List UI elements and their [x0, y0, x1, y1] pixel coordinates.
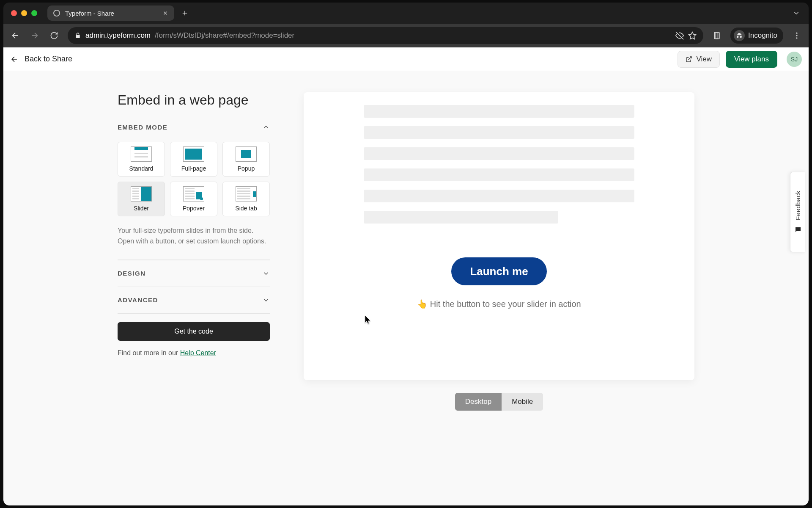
- mode-popup[interactable]: Popup: [222, 142, 270, 177]
- mode-fullpage-icon: [183, 146, 204, 162]
- section-label: Embed mode: [118, 124, 167, 131]
- preview-hint: 👆 Hit the button to see your slider in a…: [417, 299, 581, 309]
- mode-label: Standard: [129, 165, 154, 172]
- mode-standard-icon: [131, 146, 152, 162]
- tab-title: Typeform - Share: [65, 10, 140, 17]
- mode-label: Slider: [134, 205, 149, 212]
- help-center-link[interactable]: Help Center: [180, 349, 216, 356]
- eye-off-icon[interactable]: [675, 31, 684, 40]
- nav-reload-button[interactable]: [48, 30, 60, 41]
- svg-rect-0: [714, 33, 719, 39]
- browser-window: Typeform - Share admin.typeform.com/fo: [3, 3, 809, 505]
- mode-label: Full-page: [181, 165, 206, 172]
- mode-description: Your full-size typeform slides in from t…: [118, 226, 270, 260]
- svg-point-3: [796, 35, 797, 36]
- device-desktop-label: Desktop: [465, 398, 491, 406]
- device-desktop-button[interactable]: Desktop: [455, 393, 502, 411]
- chevron-up-icon: [262, 123, 270, 131]
- mode-label: Popup: [238, 165, 255, 172]
- skeleton-line: [364, 190, 634, 202]
- device-mobile-button[interactable]: Mobile: [502, 393, 543, 411]
- settings-panel: Embed in a web page Embed mode Standard …: [118, 92, 270, 505]
- launch-me-label: Launch me: [470, 265, 528, 278]
- browser-tab[interactable]: Typeform - Share: [47, 6, 174, 21]
- app-topbar: Back to Share View View plans SJ: [3, 47, 809, 71]
- window-minimize-icon[interactable]: [21, 10, 27, 16]
- preview-panel: Launch me 👆 Hit the button to see your s…: [304, 92, 694, 505]
- view-button[interactable]: View: [678, 51, 720, 68]
- avatar[interactable]: SJ: [787, 52, 802, 67]
- back-to-share-label: Back to Share: [25, 55, 72, 64]
- new-tab-button[interactable]: [178, 7, 191, 19]
- mode-slider[interactable]: Slider: [118, 182, 165, 216]
- mode-sidetab-icon: [236, 186, 257, 202]
- mode-standard[interactable]: Standard: [118, 142, 165, 177]
- lock-icon: [74, 32, 81, 39]
- launch-me-button[interactable]: Launch me: [451, 257, 546, 285]
- back-to-share-link[interactable]: Back to Share: [10, 55, 72, 64]
- window-close-icon[interactable]: [11, 10, 17, 16]
- tab-favicon-icon: [53, 10, 60, 17]
- pointing-up-icon: 👆: [417, 299, 428, 309]
- skeleton-line: [364, 147, 634, 160]
- svg-point-2: [796, 33, 797, 34]
- chevron-down-icon: [262, 270, 270, 277]
- section-design[interactable]: Design: [118, 260, 270, 287]
- mode-sidetab[interactable]: Side tab: [222, 182, 270, 216]
- section-advanced[interactable]: Advanced: [118, 287, 270, 314]
- section-label: Design: [118, 270, 146, 277]
- tab-overflow-button[interactable]: [793, 9, 800, 17]
- embed-mode-grid: Standard Full-page Popup Slider: [118, 142, 270, 216]
- mode-fullpage[interactable]: Full-page: [170, 142, 217, 177]
- skeleton-line: [364, 105, 634, 118]
- extensions-button[interactable]: [711, 30, 723, 41]
- feedback-icon: [794, 226, 802, 234]
- skeleton-placeholder: [364, 105, 634, 232]
- preview-card: Launch me 👆 Hit the button to see your s…: [304, 92, 694, 380]
- skeleton-line: [364, 126, 634, 139]
- device-mobile-label: Mobile: [512, 398, 533, 406]
- incognito-badge[interactable]: Incognito: [730, 28, 783, 44]
- mode-popup-icon: [236, 146, 257, 162]
- mode-popover[interactable]: Popover: [170, 182, 217, 216]
- skeleton-line: [364, 211, 558, 224]
- nav-back-button[interactable]: [9, 30, 21, 41]
- mode-popover-icon: [183, 186, 204, 202]
- mode-slider-icon: [131, 186, 152, 202]
- incognito-icon: [734, 30, 745, 41]
- external-link-icon: [686, 56, 692, 63]
- page-title: Embed in a web page: [118, 92, 270, 108]
- tab-strip: Typeform - Share: [3, 3, 809, 24]
- view-plans-label: View plans: [734, 55, 769, 63]
- browser-toolbar: admin.typeform.com/form/sWDtsfDj/share#/…: [3, 24, 809, 47]
- main-layout: Embed in a web page Embed mode Standard …: [3, 71, 809, 505]
- feedback-side-tab[interactable]: Feedback: [790, 172, 805, 252]
- view-button-label: View: [697, 55, 712, 64]
- url-host: admin.typeform.com: [85, 31, 151, 40]
- star-icon[interactable]: [688, 31, 697, 40]
- view-plans-button[interactable]: View plans: [726, 51, 777, 68]
- window-zoom-icon[interactable]: [31, 10, 37, 16]
- device-toggle: Desktop Mobile: [455, 393, 543, 411]
- window-controls: [11, 10, 37, 16]
- section-label: Advanced: [118, 296, 158, 304]
- url-path: /form/sWDtsfDj/share#/embed?mode=slider: [155, 31, 294, 40]
- get-the-code-button[interactable]: Get the code: [118, 322, 270, 341]
- mode-label: Popover: [183, 205, 205, 212]
- app-content: Back to Share View View plans SJ Embed i…: [3, 47, 809, 505]
- address-bar[interactable]: admin.typeform.com/form/sWDtsfDj/share#/…: [68, 27, 703, 44]
- section-embed-mode[interactable]: Embed mode: [118, 123, 270, 140]
- avatar-initials: SJ: [791, 56, 798, 63]
- svg-rect-1: [716, 33, 718, 39]
- tab-close-button[interactable]: [162, 10, 168, 16]
- nav-forward-button[interactable]: [29, 30, 41, 41]
- preview-hint-text: Hit the button to see your slider in act…: [428, 299, 581, 309]
- feedback-label: Feedback: [794, 190, 801, 220]
- help-line: Find out more in our Help Center: [118, 349, 270, 357]
- get-the-code-label: Get the code: [174, 328, 213, 335]
- help-prefix: Find out more in our: [118, 349, 180, 356]
- chevron-down-icon: [262, 296, 270, 304]
- browser-menu-button[interactable]: [791, 31, 803, 40]
- skeleton-line: [364, 168, 634, 181]
- incognito-label: Incognito: [748, 31, 777, 40]
